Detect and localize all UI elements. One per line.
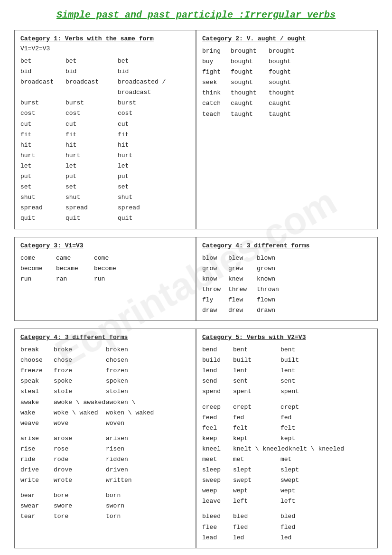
v2: burst	[65, 98, 118, 108]
v1: sweep	[202, 475, 233, 486]
verb-row: sweepsweptswept	[202, 475, 372, 486]
cat5-title: Category 5: Verbs with V2=V3	[202, 334, 372, 341]
v1: think	[202, 88, 231, 98]
cat4b-title-bold: Category 4:	[20, 334, 61, 341]
verb-row: bringbroughtbrought	[202, 46, 372, 56]
v1: awake	[20, 397, 54, 408]
v3: become	[94, 263, 116, 274]
v3: broadcasted / broadcast	[118, 77, 190, 98]
v3: fit	[118, 130, 129, 140]
verb-row: comecamecome	[20, 253, 190, 263]
v3: kept	[280, 433, 295, 444]
v1: build	[202, 355, 233, 366]
v3: bent	[280, 345, 295, 355]
verb-row: choosechosechosen	[20, 355, 190, 366]
v3: thought	[269, 88, 295, 98]
v2: drove	[54, 465, 106, 475]
v1: spread	[20, 203, 65, 213]
v1: become	[20, 263, 56, 274]
verb-row: becomebecamebecome	[20, 263, 190, 274]
cat4a-title-bold: Category 4:	[202, 242, 243, 249]
verb-row: putputput	[20, 171, 190, 182]
v2: slept	[233, 465, 280, 475]
v2: came	[56, 253, 94, 263]
v2: wove	[54, 418, 106, 429]
v2: froze	[54, 366, 106, 376]
v2: bent	[233, 345, 280, 355]
v3: felt	[280, 423, 295, 433]
v2: blew	[228, 253, 257, 263]
verb-row: broadcastbroadcastbroadcasted / broadcas…	[20, 77, 190, 98]
v1: freeze	[20, 366, 54, 376]
verb-row: sendsentsent	[202, 376, 372, 386]
v2: grew	[228, 263, 257, 274]
verb-row: wakewoke \ wakedwoken \ waked	[20, 408, 190, 418]
verb-row: bendbentbent	[202, 345, 372, 355]
cat1-verbs: betbetbetbidbidbidbroadcastbroadcastbroa…	[20, 56, 190, 224]
v3: known	[257, 274, 275, 284]
v2: wept	[233, 486, 280, 496]
v2: broadcast	[65, 77, 118, 98]
verb-row: setsetset	[20, 182, 190, 192]
verb-row: shutshutshut	[20, 192, 190, 203]
v1: speak	[20, 376, 54, 386]
verb-row: bearboreborn	[20, 490, 190, 501]
verb-row: thinkthoughtthought	[202, 88, 372, 98]
category-4b-box: Category 4: 3 different forms breakbroke…	[14, 329, 196, 548]
verb-row: costcostcost	[20, 108, 190, 119]
v3: woven	[106, 418, 124, 429]
v3: burst	[118, 98, 136, 108]
v1: feel	[202, 423, 233, 433]
v1: seek	[202, 77, 231, 88]
v1: arise	[20, 433, 54, 444]
v2: kept	[233, 433, 280, 444]
v1: fly	[202, 295, 228, 305]
v2: chose	[54, 355, 106, 366]
cat1-title-bold: Category 1:	[20, 35, 61, 42]
verb-row: spendspentspent	[202, 386, 372, 397]
v3: sent	[280, 376, 295, 386]
v3: bet	[118, 56, 129, 66]
verb-row: runranrun	[20, 274, 190, 284]
verb-row: teachtaughttaught	[202, 109, 372, 120]
verb-row: hurthurthurt	[20, 151, 190, 161]
v3: bled	[280, 511, 295, 522]
verb-row: writewrotewritten	[20, 475, 190, 486]
v3: come	[94, 253, 109, 263]
v2: led	[233, 533, 280, 543]
verb-row: lendlentlent	[202, 366, 372, 376]
v2: swept	[233, 475, 280, 486]
verb-row: drivedrovedriven	[20, 465, 190, 475]
v3: spent	[280, 386, 299, 397]
v3: sworn	[106, 501, 124, 511]
v1: broadcast	[20, 77, 65, 98]
v1: fit	[20, 130, 65, 140]
row-1: Category 1: Verbs with the same form V1=…	[14, 30, 378, 229]
v2: drew	[228, 305, 257, 316]
verb-row: sleepsleptslept	[202, 465, 372, 475]
v2: thought	[231, 88, 269, 98]
v2: wrote	[54, 475, 106, 486]
v2: arose	[54, 433, 106, 444]
verb-row: betbetbet	[20, 56, 190, 66]
v1: tear	[20, 511, 54, 522]
category-5-box: Category 5: Verbs with V2=V3 bendbentben…	[196, 329, 378, 548]
v2: built	[233, 355, 280, 366]
verb-row: spreadspreadspread	[20, 203, 190, 213]
cat2-title: Category 2: V. aught / ought	[202, 35, 372, 42]
v2: rode	[54, 454, 106, 465]
verb-row: feedfedfed	[202, 413, 372, 423]
cat4a-title: Category 4: 3 different forms	[202, 242, 372, 249]
v3: spoken	[106, 376, 128, 386]
v1: wake	[20, 408, 54, 418]
verb-row: flyflewflown	[202, 295, 372, 305]
v2: knew	[228, 274, 257, 284]
verb-row: keepkeptkept	[202, 433, 372, 444]
v1: buy	[202, 56, 231, 67]
v3: born	[106, 490, 121, 501]
v1: grow	[202, 263, 228, 274]
cat1-label: V1=V2=V3	[20, 45, 190, 52]
verb-row: feelfeltfelt	[202, 423, 372, 433]
v1: catch	[202, 98, 231, 109]
v1: drive	[20, 465, 54, 475]
